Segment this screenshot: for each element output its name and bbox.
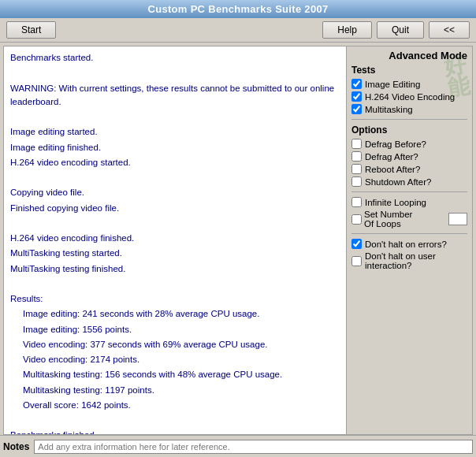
log-line: Image editing: 1556 points. — [23, 323, 340, 336]
tests-section-title: Tests — [351, 65, 467, 76]
start-button[interactable]: Start — [6, 21, 56, 39]
test-image-editing: Image Editing — [351, 79, 467, 89]
infinite-looping-row: Infinite Looping — [351, 197, 467, 207]
log-line: Video encoding: 2174 points. — [23, 353, 340, 366]
log-line: Results: — [10, 292, 340, 306]
dont-halt-user-row: Don't halt on user interaction? — [351, 251, 467, 270]
main-container: Benchmarks started. WARNING: With curren… — [0, 43, 476, 435]
log-line: Overall score: 1642 points. — [23, 399, 340, 412]
dont-halt-errors-label: Don't halt on errors? — [365, 240, 447, 249]
log-line — [10, 66, 340, 80]
dont-halt-user-checkbox[interactable] — [351, 256, 362, 266]
option-reboot-after: Reboot After? — [351, 164, 467, 174]
test-multitasking-checkbox[interactable] — [351, 104, 362, 114]
log-line — [10, 217, 340, 230]
test-image-editing-label: Image Editing — [365, 80, 420, 89]
option-defrag-after: Defrag After? — [351, 151, 467, 162]
log-line — [10, 110, 340, 124]
option-reboot-after-label: Reboot After? — [365, 165, 420, 174]
log-line: Copying video file. — [10, 186, 340, 199]
divider-3 — [351, 233, 467, 234]
infinite-looping-checkbox[interactable] — [351, 197, 362, 207]
log-line: Image editing: 241 seconds with 28% aver… — [23, 307, 340, 321]
option-reboot-after-checkbox[interactable] — [351, 164, 362, 174]
toolbar: Start Help Quit << — [0, 18, 476, 43]
divider-2 — [351, 191, 467, 192]
test-image-editing-checkbox[interactable] — [351, 79, 362, 89]
log-panel[interactable]: Benchmarks started. WARNING: With curren… — [3, 46, 347, 435]
option-shutdown-after-label: Shutdown After? — [365, 177, 431, 187]
test-multitasking-label: Multitasking — [365, 105, 413, 114]
dont-halt-user-label: Don't halt on user interaction? — [365, 251, 467, 270]
test-multitasking: Multitasking — [351, 104, 467, 114]
log-line: MultiTasking testing started. — [10, 247, 340, 260]
dont-halt-errors-row: Don't halt on errors? — [351, 239, 467, 249]
log-line — [10, 277, 340, 291]
log-line: Multitasking testing: 1197 points. — [23, 384, 340, 397]
log-line — [10, 171, 340, 184]
test-h264-checkbox[interactable] — [351, 91, 362, 102]
back-button[interactable]: << — [429, 21, 470, 39]
log-line: Benchmarks started. — [10, 51, 340, 65]
log-line: H.264 video encoding started. — [10, 156, 340, 169]
log-line: Benchmarks finished. — [10, 429, 340, 435]
log-line: Image editing started. — [10, 125, 340, 139]
test-h264-label: H.264 Video Encoding — [365, 92, 455, 102]
test-h264: H.264 Video Encoding — [351, 91, 467, 102]
set-loops-label: Set Number Of Loops — [364, 210, 446, 228]
log-line: Finished copying video file. — [10, 202, 340, 215]
options-section-title: Options — [351, 124, 467, 136]
log-line: WARNING: With current settings, these re… — [10, 82, 340, 110]
log-line: Multitasking testing: 156 seconds with 4… — [23, 368, 340, 381]
option-defrag-after-label: Defrag After? — [365, 152, 418, 162]
advanced-mode-label: Advanced Mode — [351, 50, 467, 61]
infinite-looping-label: Infinite Looping — [365, 198, 426, 207]
notes-input[interactable] — [34, 440, 473, 454]
option-defrag-before-label: Defrag Before? — [365, 139, 426, 149]
option-defrag-before: Defrag Before? — [351, 139, 467, 149]
set-loops-checkbox[interactable] — [351, 214, 362, 225]
log-line: MultiTasking testing finished. — [10, 262, 340, 276]
log-line: H.264 video encoding finished. — [10, 232, 340, 245]
log-line — [10, 414, 340, 427]
log-line: Image editing finished. — [10, 141, 340, 154]
option-shutdown-after: Shutdown After? — [351, 176, 467, 187]
notes-bar: Notes — [0, 435, 476, 457]
option-defrag-before-checkbox[interactable] — [351, 139, 362, 149]
set-loops-value[interactable]: 3 — [448, 213, 467, 225]
option-defrag-after-checkbox[interactable] — [351, 151, 362, 162]
notes-label: Notes — [3, 441, 29, 452]
log-line: Video encoding: 377 seconds with 69% ave… — [23, 338, 340, 351]
set-loops-row: Set Number Of Loops 3 — [351, 210, 467, 228]
divider-1 — [351, 119, 467, 120]
title-bar: Custom PC Benchmarks Suite 2007 — [0, 0, 476, 18]
quit-button[interactable]: Quit — [377, 21, 424, 39]
right-panel: 好能 Advanced Mode Tests Image Editing H.2… — [347, 46, 473, 435]
option-shutdown-after-checkbox[interactable] — [351, 176, 362, 187]
app-title: Custom PC Benchmarks Suite 2007 — [148, 3, 329, 15]
dont-halt-errors-checkbox[interactable] — [351, 239, 362, 249]
help-button[interactable]: Help — [322, 21, 372, 39]
